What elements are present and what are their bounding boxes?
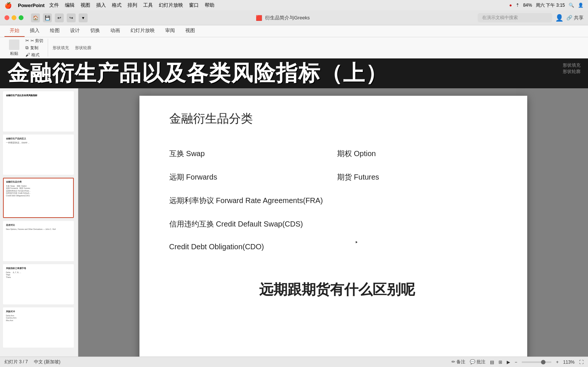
- menubar: 🍎 PowerPoint 文件 编辑 视图 插入 格式 排列 工具 幻灯片放映 …: [0, 0, 588, 10]
- slide-thumb-6[interactable]: 风险对冲 Delta Arm Gamma Arm Rho Arm: [3, 307, 74, 348]
- document-title: 衍生品简介与Greeks: [265, 15, 310, 21]
- slide-items-grid: 互换 Swap 期权 Option 远期 Forwards 期货 Futures…: [169, 142, 505, 258]
- close-button[interactable]: [4, 15, 9, 20]
- tab-design[interactable]: 设计: [65, 25, 85, 37]
- canvas-area: 金融衍生品分类 互换 Swap 期权 Option 远期 Forwards 期货…: [78, 88, 588, 357]
- view-slideshow-icon[interactable]: ▶: [507, 360, 510, 365]
- customize-button[interactable]: ▾: [79, 13, 88, 22]
- copy-button[interactable]: ⧉ 复制: [24, 45, 45, 51]
- tab-home[interactable]: 开始: [4, 25, 25, 37]
- tab-draw[interactable]: 绘图: [45, 25, 65, 37]
- slide-canvas[interactable]: 金融衍生品分类 互换 Swap 期权 Option 远期 Forwards 期货…: [139, 96, 527, 357]
- format-button[interactable]: 🖌 格式: [24, 52, 45, 58]
- comments-icon[interactable]: 💬 批注: [470, 359, 485, 365]
- fit-slide-icon[interactable]: ⛶: [579, 360, 584, 365]
- paste-button[interactable]: 粘贴: [6, 38, 22, 58]
- tab-review[interactable]: 审阅: [160, 25, 180, 37]
- cut-button[interactable]: ✂ ✂ 剪切: [24, 38, 45, 44]
- slide-content: 金融衍生品分类 互换 Swap 期权 Option 远期 Forwards 期货…: [139, 96, 527, 314]
- slide-title-bar: 金融衍生产品以及各类风险指标（上） 形状填充 形状轮廓: [0, 58, 588, 88]
- view-normal-icon[interactable]: ▤: [490, 360, 494, 365]
- menu-window[interactable]: 窗口: [189, 2, 199, 9]
- menu-slideshow[interactable]: 幻灯片放映: [159, 2, 183, 9]
- menu-view[interactable]: 视图: [81, 2, 90, 9]
- item-fra: 远期利率协议 Forward Rate Agreements(FRA): [169, 189, 505, 212]
- slide-bottom-title: 远期跟期货有什么区别呢: [169, 280, 505, 299]
- menu-tools[interactable]: 工具: [143, 2, 153, 9]
- datetime: 周六 下午 3:15: [536, 2, 565, 9]
- slide-thumb-1[interactable]: 金融衍生产品以及各类风险指标: [3, 91, 74, 132]
- shape-fill-hint: 形状填充: [563, 62, 581, 69]
- profile-icon[interactable]: 👤: [555, 14, 563, 22]
- search-field[interactable]: 在演示文稿中搜索: [478, 13, 552, 22]
- zoom-out-icon[interactable]: −: [515, 360, 517, 365]
- zoom-level: 113%: [563, 360, 575, 365]
- copy-icon: ⧉: [25, 45, 29, 50]
- share-icon: 🔗: [566, 15, 572, 20]
- minimize-button[interactable]: [12, 15, 16, 20]
- slide-thumb-container-1: 1 金融衍生产品以及各类风险指标: [3, 91, 75, 132]
- item-cds: 信用违约互换 Credit Default Swap(CDS): [169, 212, 505, 236]
- apple-menu[interactable]: 🍎: [4, 2, 12, 9]
- undo-button[interactable]: ↩: [55, 13, 64, 22]
- cut-copy-format: ✂ ✂ 剪切 ⧉ 复制 🖌 格式: [24, 38, 45, 58]
- redo-button[interactable]: ↪: [67, 13, 76, 22]
- shape-area: 形状填充 形状轮廓: [50, 45, 94, 51]
- shape-outline-hint: 形状轮廓: [563, 69, 581, 75]
- paste-icon: [9, 39, 19, 50]
- shape-outline-label: 形状轮廓: [75, 45, 91, 51]
- user-icon[interactable]: 👤: [578, 3, 584, 8]
- menu-file[interactable]: 文件: [49, 2, 59, 9]
- maximize-button[interactable]: [19, 15, 23, 20]
- zoom-slider[interactable]: [522, 361, 551, 363]
- slide-thumb-3[interactable]: 金融衍生品分类 互换 Swap 期权 Option 远期 Forwards 期货…: [3, 178, 74, 218]
- ppt-window: 🏠 💾 ↩ ↪ ▾ 🟥 衍生品简介与Greeks 在演示文稿中搜索 👤 🔗 共享…: [0, 10, 588, 367]
- slide-thumb-container-5: 5 风险指标之希腊字母 Delta Δ, Γ, Θ, ... Vega Thet…: [3, 264, 75, 304]
- ribbon-tabs: 开始 插入 绘图 设计 切换 动画 幻灯片放映 审阅 视图: [0, 25, 588, 37]
- ribbon: 开始 插入 绘图 设计 切换 动画 幻灯片放映 审阅 视图 粘贴 ✂ ✂ 剪切: [0, 25, 588, 58]
- item-yuanqi-forwards: 远期 Forwards: [169, 165, 337, 189]
- shape-hints: 形状填充 形状轮廓: [563, 62, 581, 75]
- slide-thumb-4[interactable]: 息差对比 New Options, Futures and Other Deri…: [3, 221, 74, 261]
- item-huhuan-swap: 互换 Swap: [169, 142, 337, 165]
- save-button[interactable]: 💾: [43, 13, 52, 22]
- tab-slideshow[interactable]: 幻灯片放映: [125, 25, 160, 37]
- tab-insert[interactable]: 插入: [25, 25, 45, 37]
- statusbar-right: ✏ 备注 💬 批注 ▤ ⊞ ▶ − + 113% ⛶: [452, 359, 584, 365]
- titlebar: 🏠 💾 ↩ ↪ ▾ 🟥 衍生品简介与Greeks 在演示文稿中搜索 👤 🔗 共享: [0, 10, 588, 25]
- app-name[interactable]: PowerPoint: [18, 3, 45, 8]
- tab-transitions[interactable]: 切换: [85, 25, 105, 37]
- slide-thumb-container-6: 6 风险对冲 Delta Arm Gamma Arm Rho Arm: [3, 307, 75, 348]
- clipboard-group: 粘贴 ✂ ✂ 剪切 ⧉ 复制 🖌 格式: [3, 39, 48, 57]
- menubar-right: ● ⇡ 84% 周六 下午 3:15 🔍 👤: [509, 2, 584, 9]
- view-grid-icon[interactable]: ⊞: [499, 360, 502, 365]
- item-qiquan-option: 期权 Option: [337, 142, 505, 165]
- zoom-in-icon[interactable]: +: [556, 360, 559, 365]
- share-button[interactable]: 🔗 共享: [566, 15, 584, 21]
- zoom-thumb[interactable]: [541, 360, 545, 364]
- notes-icon[interactable]: ✏ 备注: [452, 359, 465, 365]
- shape-fill-label: 形状填充: [53, 45, 69, 51]
- menu-insert[interactable]: 插入: [96, 2, 106, 9]
- slide-thumb-container-3: 3 金融衍生品分类 互换 Swap 期权 Option 远期 Forwards …: [3, 178, 75, 218]
- tab-view[interactable]: 视图: [180, 25, 200, 37]
- search-icon[interactable]: 🔍: [569, 3, 574, 8]
- slide-main-title: 金融衍生品分类: [169, 111, 505, 127]
- titlebar-right-area: 在演示文稿中搜索 👤 🔗 共享: [478, 13, 584, 22]
- slide-thumb-5[interactable]: 风险指标之希腊字母 Delta Δ, Γ, Θ, ... Vega Theta: [3, 264, 74, 304]
- home-button[interactable]: 🏠: [31, 13, 40, 22]
- menu-format[interactable]: 格式: [112, 2, 122, 9]
- menu-help[interactable]: 帮助: [205, 2, 214, 9]
- menu-arrange[interactable]: 排列: [128, 2, 137, 9]
- record-indicator: ●: [509, 3, 512, 8]
- titlebar-center: 🟥 衍生品简介与Greeks: [91, 15, 475, 21]
- menu-edit[interactable]: 编辑: [65, 2, 75, 9]
- slide-info: 幻灯片 3 / 7: [4, 359, 28, 365]
- tab-animations[interactable]: 动画: [105, 25, 125, 37]
- menu-items: 文件 编辑 视图 插入 格式 排列 工具 幻灯片放映 窗口 帮助: [49, 2, 509, 9]
- main-area: 1 金融衍生产品以及各类风险指标 2 金融衍生产品的定义 一种期货协议…SWAP…: [0, 88, 588, 357]
- ribbon-content: 粘贴 ✂ ✂ 剪切 ⧉ 复制 🖌 格式: [0, 37, 588, 58]
- slide-thumb-container-4: 4 息差对比 New Options, Futures and Other De…: [3, 221, 75, 261]
- slide-thumb-2[interactable]: 金融衍生产品的定义 一种期货协议…SWAP…: [3, 135, 74, 175]
- slide-thumb-container-2: 2 金融衍生产品的定义 一种期货协议…SWAP…: [3, 135, 75, 175]
